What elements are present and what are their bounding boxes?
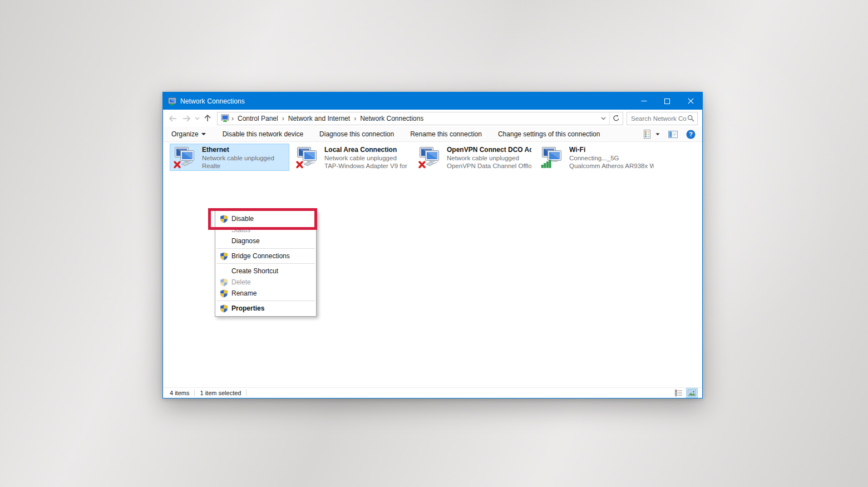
chevron-down-icon [601, 117, 606, 120]
menu-item-status[interactable]: Status [215, 224, 316, 235]
menu-item-create-shortcut[interactable]: Create Shortcut [215, 265, 316, 277]
menu-item-label: Bridge Connections [231, 252, 290, 260]
menu-item-label: Status [231, 226, 250, 234]
menu-separator [216, 263, 315, 264]
minimize-button[interactable] [632, 92, 655, 110]
adapter-text: Wi-Fi Connecting..._5G Qualcomm Atheros … [569, 146, 654, 170]
breadcrumb: ›Control Panel›Network and Internet›Netw… [231, 113, 597, 124]
menu-item-label: Delete [231, 278, 251, 286]
address-bar[interactable]: ›Control Panel›Network and Internet›Netw… [217, 112, 623, 125]
large-icons-view-button[interactable] [687, 388, 697, 397]
search-input[interactable]: Search Network Co... [631, 115, 687, 122]
adapter-tile-openvpn-connect-dco-adapter[interactable]: OpenVPN Connect DCO Adapter Network cabl… [415, 144, 534, 171]
menu-item-label: Rename [231, 289, 257, 297]
back-arrow-icon [168, 115, 178, 122]
adapter-tile-ethernet[interactable]: Ethernet Network cable unplugged Realte [170, 144, 289, 171]
adapter-tiles: Ethernet Network cable unplugged Realte … [163, 142, 702, 171]
uac-shield-icon [219, 214, 228, 223]
menu-separator [216, 301, 315, 301]
breadcrumb-item-network-connections[interactable]: Network Connections [357, 113, 427, 124]
back-button[interactable] [166, 112, 180, 125]
network-location-icon [221, 114, 230, 122]
window-controls [632, 92, 702, 110]
adapter-device: TAP-Windows Adapter V9 for Ope... [324, 162, 409, 170]
adapter-name: Wi-Fi [569, 146, 654, 154]
menu-item-delete[interactable]: Delete [215, 277, 316, 288]
toolbar-command-change-settings-of-this-connection[interactable]: Change settings of this connection [497, 128, 600, 140]
menu-item-label: Properties [231, 304, 264, 312]
desktop-background: Network Connections [0, 0, 868, 487]
breadcrumb-item-network-and-internet[interactable]: Network and Internet [285, 113, 353, 124]
preview-pane-icon [668, 131, 678, 138]
breadcrumb-item-control-panel[interactable]: Control Panel [234, 113, 282, 124]
pc-unplugged-icon [295, 146, 321, 171]
pc-wifi-icon [540, 146, 566, 171]
window-title: Network Connections [180, 97, 245, 105]
toolbar-command-rename-this-connection[interactable]: Rename this connection [410, 128, 482, 140]
organize-label: Organize [171, 130, 199, 138]
up-button[interactable] [201, 112, 214, 125]
uac-shield-icon [219, 252, 228, 260]
address-dropdown-button[interactable] [597, 112, 609, 125]
chevron-down-icon [655, 133, 660, 136]
search-box[interactable]: Search Network Co... [627, 112, 698, 125]
network-connections-app-icon [168, 97, 177, 106]
svg-text:?: ? [689, 131, 693, 137]
adapter-status: Network cable unplugged [202, 154, 274, 162]
adapter-status: Network cable unplugged [447, 154, 531, 162]
chevron-down-icon [201, 133, 206, 135]
menu-item-disable[interactable]: Disable [215, 213, 316, 224]
menu-item-diagnose[interactable]: Diagnose [215, 235, 316, 247]
view-options-button[interactable] [644, 130, 660, 139]
forward-button[interactable] [180, 112, 193, 125]
menu-icon-spacer [219, 237, 228, 245]
adapter-name: Ethernet [202, 146, 274, 154]
title-bar[interactable]: Network Connections [163, 92, 702, 110]
adapter-device: Realte [202, 162, 274, 170]
uac-shield-icon [219, 278, 228, 287]
forward-arrow-icon [181, 115, 191, 122]
folder-view[interactable]: Ethernet Network cable unplugged Realte … [163, 142, 702, 387]
statusbar-divider [194, 390, 195, 396]
help-icon: ? [686, 130, 696, 139]
adapter-name: OpenVPN Connect DCO Adapter [447, 146, 531, 154]
command-toolbar: Organize Disable this network deviceDiag… [163, 127, 702, 142]
selected-count: 1 item selected [200, 390, 241, 396]
search-icon [687, 115, 694, 122]
status-bar: 4 items 1 item selected [163, 387, 702, 398]
refresh-button[interactable] [609, 112, 623, 125]
toolbar-command-disable-this-network-device[interactable]: Disable this network device [222, 128, 304, 140]
menu-separator [216, 248, 315, 249]
close-button[interactable] [679, 92, 702, 110]
adapter-device: Qualcomm Atheros AR938x Wirel... [569, 162, 654, 170]
toolbar-commands: Disable this network deviceDiagnose this… [222, 128, 601, 140]
adapter-text: OpenVPN Connect DCO Adapter Network cabl… [447, 146, 531, 170]
menu-item-label: Diagnose [231, 237, 260, 245]
adapter-status: Connecting..._5G [569, 154, 654, 162]
up-arrow-icon [204, 114, 211, 122]
preview-pane-button[interactable] [668, 131, 678, 138]
adapter-tile-wi-fi[interactable]: Wi-Fi Connecting..._5G Qualcomm Atheros … [537, 144, 657, 171]
adapter-tile-local-area-connection[interactable]: Local Area Connection Network cable unpl… [292, 144, 412, 171]
menu-item-label: Create Shortcut [231, 267, 278, 275]
menu-item-label: Disable [231, 215, 254, 223]
menu-icon-spacer [219, 225, 228, 234]
organize-button[interactable]: Organize [170, 128, 207, 140]
help-button[interactable]: ? [686, 130, 696, 139]
large-icons-view-icon [688, 390, 696, 396]
adapter-text: Local Area Connection Network cable unpl… [324, 146, 409, 170]
menu-item-properties[interactable]: Properties [215, 303, 316, 314]
uac-shield-icon [219, 304, 228, 313]
menu-item-rename[interactable]: Rename [215, 288, 316, 299]
menu-item-bridge-connections[interactable]: Bridge Connections [215, 250, 316, 262]
context-menu: Disable Status Diagnose Bridge Connectio… [215, 210, 317, 317]
maximize-button[interactable] [655, 92, 679, 110]
menu-icon-spacer [219, 267, 228, 276]
toolbar-command-diagnose-this-connection[interactable]: Diagnose this connection [319, 128, 394, 140]
adapter-text: Ethernet Network cable unplugged Realte [202, 146, 274, 170]
recent-locations-button[interactable] [193, 112, 201, 125]
statusbar-view-buttons [673, 388, 697, 397]
details-view-button[interactable] [673, 388, 684, 397]
refresh-icon [613, 115, 620, 122]
address-row: ›Control Panel›Network and Internet›Netw… [163, 110, 702, 127]
